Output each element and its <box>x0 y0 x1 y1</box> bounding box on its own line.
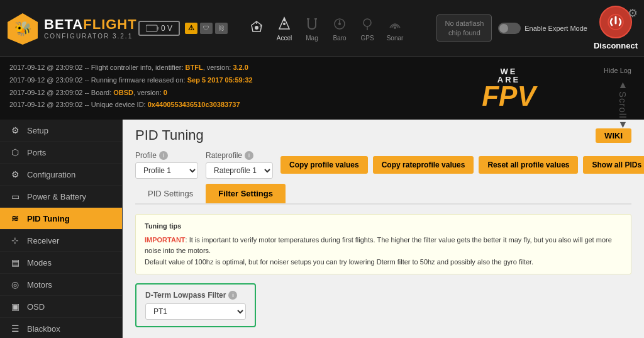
setup-icon: ⚙ <box>9 125 21 135</box>
modes-icon: ▤ <box>9 257 21 268</box>
svg-point-8 <box>283 23 286 25</box>
logo-name: BETAFLIGHT <box>44 16 137 33</box>
sensor-gyro[interactable] <box>247 18 267 38</box>
pid-tuning-icon: ≋ <box>9 213 21 223</box>
dataflash-area: No dataflash chip found Enable Expert Mo… <box>436 6 638 50</box>
sonar-icon <box>385 14 405 33</box>
sidebar: ⚙ Setup ⬡ Ports ⚙ Configuration ▭ Power … <box>0 120 123 338</box>
svg-text:🐝: 🐝 <box>14 20 32 37</box>
sensor-mag[interactable]: Mag <box>302 14 322 42</box>
log-entry-2: 2017-09-12 @ 23:09:02 -- Running firmwar… <box>9 74 440 87</box>
svg-rect-2 <box>146 25 157 31</box>
battery-area: 0 V ⚠ 🛡 ⛓ <box>138 21 228 36</box>
profile-select[interactable]: Profile 1 Profile 2 Profile 3 <box>135 162 198 179</box>
sidebar-item-label-configuration: Configuration <box>27 170 75 179</box>
mag-icon <box>302 14 322 33</box>
filter-settings-content: Tuning tips IMPORTANT: It is important t… <box>123 205 644 338</box>
sensor-baro[interactable]: Baro <box>330 14 350 42</box>
scroll-label: Scroll <box>614 91 631 119</box>
sidebar-item-label-receiver: Receiver <box>27 236 59 245</box>
tuning-tips-text: IMPORTANT: It is important to verify mot… <box>145 235 622 257</box>
dterm-filter-info-icon[interactable]: i <box>228 291 237 300</box>
svg-point-4 <box>255 26 258 30</box>
sensor-accel[interactable]: Accel <box>274 14 294 42</box>
expert-mode-label: Enable Expert Mode <box>525 25 587 32</box>
sidebar-item-blackbox[interactable]: ☰ Blackbox <box>0 318 122 338</box>
tuning-tips-text2: Default value of 100hz is optimal, but f… <box>145 257 622 268</box>
scroll-up-button[interactable]: ▲ <box>618 80 628 90</box>
expert-mode-switch[interactable] <box>498 23 521 34</box>
important-label: IMPORTANT <box>145 236 186 244</box>
sidebar-item-label-setup: Setup <box>27 126 48 135</box>
sidebar-item-label-blackbox: Blackbox <box>27 324 60 334</box>
shield-icon: 🛡 <box>200 23 213 34</box>
log-entry-4: 2017-09-12 @ 23:09:02 -- Unique device I… <box>9 99 440 111</box>
profile-info-icon[interactable]: i <box>159 151 168 160</box>
logo-subtitle: CONFIGURATOR 3.2.1 <box>44 33 137 40</box>
wefpv-logo-area: WE ARE FPV <box>440 62 578 115</box>
gear-icon[interactable]: ⚙ <box>628 6 638 20</box>
dataflash-button[interactable]: No dataflash chip found <box>436 14 492 42</box>
tab-pid-settings[interactable]: PID Settings <box>135 184 206 203</box>
sidebar-item-setup[interactable]: ⚙ Setup <box>0 120 122 142</box>
receiver-icon: ⊹ <box>9 235 21 245</box>
show-pids-button[interactable]: Show all PIDs <box>583 156 644 174</box>
sonar-label: Sonar <box>387 35 404 42</box>
tab-filter-settings[interactable]: Filter Settings <box>206 184 286 203</box>
sidebar-item-configuration[interactable]: ⚙ Configuration <box>0 164 122 186</box>
sidebar-item-receiver[interactable]: ⊹ Receiver <box>0 230 122 252</box>
warning-triangle-icon: ⚠ <box>185 23 197 34</box>
content-area: PID Tuning WIKI Profile i Profile 1 Prof… <box>123 120 644 338</box>
svg-point-16 <box>394 26 396 29</box>
rateprofile-label: Rateprofile i <box>206 151 273 160</box>
copy-rateprofile-button[interactable]: Copy rateprofile values <box>373 156 474 174</box>
scroll-down-button[interactable]: ▼ <box>618 120 628 130</box>
sidebar-item-label-pid-tuning: PID Tuning <box>27 214 70 223</box>
mag-label: Mag <box>306 35 318 42</box>
logo-text: BETAFLIGHT CONFIGURATOR 3.2.1 <box>44 16 137 40</box>
configuration-icon: ⚙ <box>9 169 21 179</box>
sidebar-item-ports[interactable]: ⬡ Ports <box>0 142 122 164</box>
sidebar-item-osd[interactable]: ▣ OSD <box>0 296 122 318</box>
ports-icon: ⬡ <box>9 147 21 157</box>
motors-icon: ◎ <box>9 279 21 290</box>
svg-rect-3 <box>157 27 158 30</box>
sensor-sonar[interactable]: Sonar <box>385 14 405 42</box>
baro-label: Baro <box>333 35 346 42</box>
log-entry-3: 2017-09-12 @ 23:09:02 -- Board: OBSD, ve… <box>9 87 440 99</box>
sidebar-item-label-motors: Motors <box>27 280 52 290</box>
sidebar-item-label-power-battery: Power & Battery <box>27 192 86 201</box>
sidebar-item-pid-tuning[interactable]: ≋ PID Tuning <box>0 208 122 230</box>
top-controls: Profile i Profile 1 Profile 2 Profile 3 … <box>123 151 644 184</box>
rateprofile-info-icon[interactable]: i <box>245 151 253 160</box>
rateprofile-select[interactable]: Rateprofile 1 Rateprofile 2 Rateprofile … <box>206 162 273 179</box>
wiki-button[interactable]: WIKI <box>596 128 631 143</box>
dterm-filter-select[interactable]: PT1 BIQUAD <box>145 303 246 320</box>
log-text: 2017-09-12 @ 23:09:02 -- Flight controll… <box>9 62 440 115</box>
content-header: PID Tuning WIKI <box>123 120 644 151</box>
page-title: PID Tuning <box>135 127 204 144</box>
gps-icon <box>357 14 377 33</box>
sidebar-item-modes[interactable]: ▤ Modes <box>0 252 122 274</box>
logo-area: 🐝 BETAFLIGHT CONFIGURATOR 3.2.1 <box>6 12 132 45</box>
battery-icon <box>146 25 158 32</box>
log-entry-5: 2017-09-12 @ 23:09:02 -- Craft name: Mot… <box>9 111 440 115</box>
sensors-row: Accel Mag Baro GPS <box>247 14 405 42</box>
baro-icon <box>330 14 350 33</box>
svg-point-14 <box>364 19 371 26</box>
sidebar-item-motors[interactable]: ◎ Motors <box>0 274 122 296</box>
sidebar-item-label-ports: Ports <box>27 148 46 157</box>
battery-indicator: 0 V <box>138 21 180 36</box>
svg-point-13 <box>338 23 341 25</box>
tuning-tips-title: Tuning tips <box>145 221 622 232</box>
toggle-knob <box>499 24 508 33</box>
hide-log-button[interactable]: Hide Log <box>604 65 631 77</box>
power-battery-icon: ▭ <box>9 191 21 201</box>
dterm-filter-label: D-Term Lowpass Filter i <box>145 291 246 300</box>
sidebar-item-power-battery[interactable]: ▭ Power & Battery <box>0 186 122 208</box>
sensor-gps[interactable]: GPS <box>357 14 377 42</box>
copy-profile-button[interactable]: Copy profile values <box>280 156 368 174</box>
reset-profile-button[interactable]: Reset all profile values <box>479 156 578 174</box>
profile-label: Profile i <box>135 151 198 160</box>
expert-mode-toggle[interactable]: Enable Expert Mode <box>498 23 587 34</box>
